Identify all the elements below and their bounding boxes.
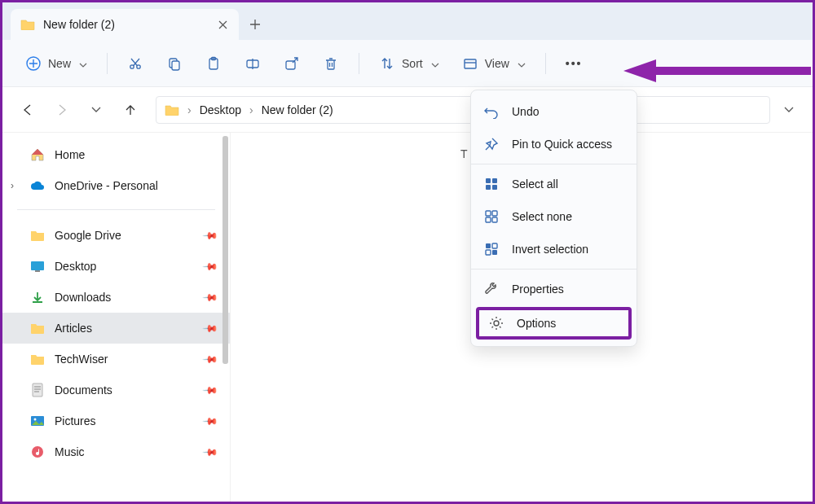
rename-icon [244,55,261,72]
back-button[interactable] [14,96,42,124]
new-icon [25,55,42,72]
sidebar-item-home[interactable]: Home [2,139,230,170]
cut-button[interactable] [119,49,152,78]
delete-button[interactable] [315,49,347,78]
menu-options[interactable]: Options [476,307,632,340]
sidebar-item-label: TechWiser [55,353,108,366]
breadcrumb-level-2[interactable]: New folder (2) [262,103,333,116]
svg-rect-19 [492,185,497,190]
chevron-down-icon [518,57,526,70]
recent-button[interactable] [82,96,110,124]
breadcrumb-sep: › [187,103,192,116]
select-none-icon [482,208,500,226]
breadcrumb-level-1[interactable]: Desktop [200,103,241,116]
sidebar-item-desktop[interactable]: Desktop 📌 [2,251,230,282]
scrollbar[interactable] [222,136,228,364]
view-button[interactable]: View [454,49,534,78]
sidebar-item-techwiser[interactable]: TechWiser 📌 [2,344,230,375]
up-button[interactable] [117,96,144,124]
menu-label: Invert selection [512,243,588,256]
view-label: View [485,57,509,70]
svg-rect-24 [486,243,491,248]
copy-button[interactable] [158,49,191,78]
scissors-icon [127,55,143,72]
folder-icon [30,228,45,243]
new-tab-button[interactable] [239,9,271,40]
select-all-icon [482,175,500,193]
menu-label: Select all [512,177,558,191]
close-icon[interactable] [216,18,229,31]
toolbar: New Sort [2,40,813,87]
sidebar-item-articles[interactable]: Articles 📌 [2,313,230,344]
svg-rect-25 [492,243,497,248]
pin-icon [482,135,500,153]
menu-select-none[interactable]: Select none [471,200,637,233]
svg-rect-9 [465,59,476,68]
chevron-down-icon [79,57,87,70]
gear-icon [487,314,505,332]
divider [17,209,215,210]
pin-icon: 📌 [202,227,219,244]
menu-invert-selection[interactable]: Invert selection [471,233,637,265]
pin-icon: 📌 [202,351,219,368]
music-icon [30,445,45,459]
new-label: New [48,57,71,70]
sidebar-item-label: Google Drive [55,229,121,242]
share-icon [284,55,300,72]
rename-button[interactable] [236,49,269,78]
menu-label: Pin to Quick access [512,138,612,151]
tab[interactable]: New folder (2) [11,9,239,40]
sidebar-item-pictures[interactable]: Pictures 📌 [2,405,230,436]
menu-undo[interactable]: Undo [471,95,637,128]
menu-properties[interactable]: Properties [471,273,637,305]
menu-select-all[interactable]: Select all [471,168,637,200]
sidebar-item-label: Downloads [55,291,111,304]
address-dropdown[interactable] [777,98,801,122]
svg-rect-12 [33,383,42,397]
pin-icon: 📌 [202,413,219,430]
undo-icon [482,103,500,121]
cloud-icon [30,178,45,193]
view-icon [462,55,478,72]
svg-point-1 [130,64,134,68]
forward-button[interactable] [48,96,76,124]
sidebar-item-documents[interactable]: Documents 📌 [2,375,230,405]
paste-button[interactable] [197,49,230,78]
pin-icon: 📌 [202,320,219,337]
separator [359,53,359,74]
chevron-down-icon [431,57,439,70]
sidebar-item-music[interactable]: Music 📌 [2,436,230,467]
sort-button[interactable]: Sort [371,49,447,78]
sidebar-item-google-drive[interactable]: Google Drive 📌 [2,220,230,251]
menu-label: Properties [512,283,564,296]
share-button[interactable] [275,49,308,78]
menu-separator [471,164,637,164]
separator [107,53,108,74]
more-menu: Undo Pin to Quick access Select all Sele… [470,90,637,347]
more-button[interactable]: ••• [557,49,591,78]
folder-icon [20,17,35,32]
tab-bar: New folder (2) [2,2,813,40]
sidebar-item-downloads[interactable]: Downloads 📌 [2,282,230,313]
sort-icon [379,55,395,72]
svg-point-28 [494,321,499,326]
home-icon [30,147,45,162]
sidebar-item-onedrive[interactable]: › OneDrive - Personal [2,170,230,201]
sidebar-item-label: Desktop [55,260,96,273]
chevron-right-icon[interactable]: › [11,180,14,191]
breadcrumb-bar[interactable]: › Desktop › New folder (2) [156,96,770,124]
address-bar: › Desktop › New folder (2) [2,87,813,133]
separator [545,53,546,74]
svg-point-2 [137,64,140,68]
svg-point-15 [32,446,43,458]
sidebar-item-label: Articles [55,322,92,335]
wrench-icon [482,280,500,298]
svg-rect-16 [486,178,491,183]
menu-label: Select none [512,210,572,223]
new-button[interactable]: New [17,49,95,78]
menu-pin-quick-access[interactable]: Pin to Quick access [471,128,637,160]
menu-separator [471,269,637,270]
svg-rect-20 [486,211,491,216]
tab-title: New folder (2) [43,18,208,31]
trash-icon [323,55,339,72]
